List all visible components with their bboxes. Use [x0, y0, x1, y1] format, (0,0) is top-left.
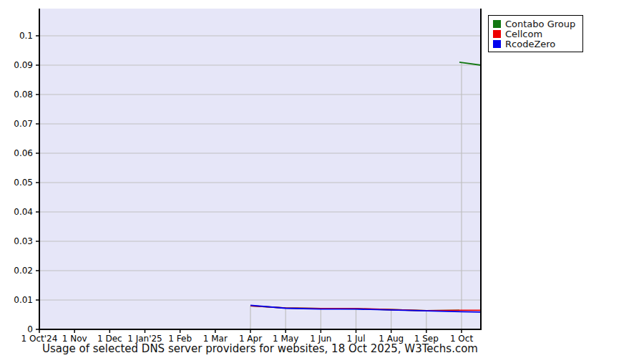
line-chart-plot: 00.010.020.030.040.050.060.070.080.090.1… — [0, 0, 644, 358]
y-tick-label: 0 — [27, 324, 33, 334]
legend-swatch — [493, 30, 501, 38]
plot-background — [39, 9, 481, 329]
legend-item: RcodeZero — [493, 39, 575, 49]
y-tick-label: 0.1 — [19, 31, 33, 41]
y-tick-label: 0.02 — [14, 266, 33, 276]
y-tick-label: 0.08 — [14, 90, 33, 100]
y-tick-label: 0.04 — [14, 207, 33, 217]
y-tick-label: 0.09 — [14, 60, 33, 70]
chart-title: Usage of selected DNS server providers f… — [39, 342, 481, 355]
y-tick-label: 0.06 — [14, 148, 33, 158]
legend-item: Cellcom — [493, 29, 575, 39]
legend-label: RcodeZero — [505, 39, 555, 49]
y-tick-label: 0.01 — [14, 295, 33, 305]
legend-item: Contabo Group — [493, 19, 575, 29]
legend: Contabo GroupCellcomRcodeZero — [488, 15, 583, 52]
chart-container: 00.010.020.030.040.050.060.070.080.090.1… — [0, 0, 644, 358]
legend-label: Cellcom — [505, 29, 542, 39]
legend-swatch — [493, 40, 501, 48]
y-tick-label: 0.03 — [14, 236, 33, 246]
y-tick-label: 0.05 — [14, 178, 33, 188]
y-tick-label: 0.07 — [14, 119, 33, 129]
legend-label: Contabo Group — [505, 19, 575, 29]
legend-swatch — [493, 20, 501, 28]
